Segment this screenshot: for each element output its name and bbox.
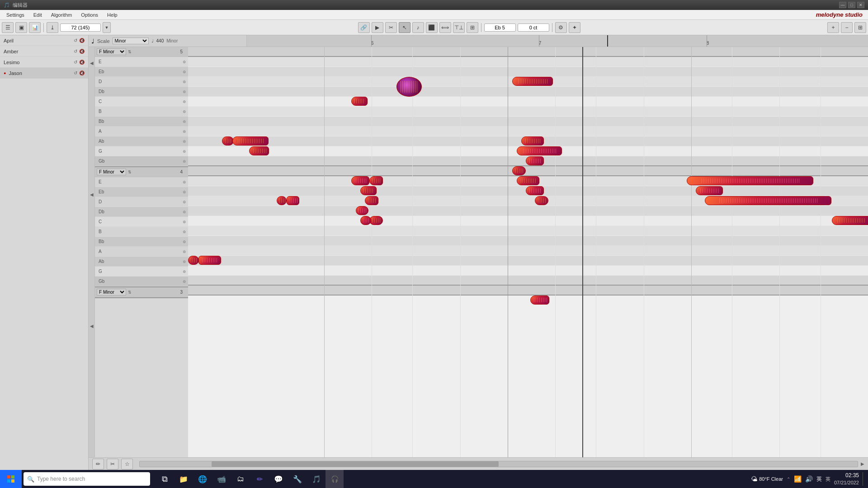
note-adjust-Ab5[interactable]: ⊕	[183, 139, 186, 144]
note-blob-C5-1[interactable]	[351, 97, 368, 106]
note-adjust-B5[interactable]: ⊕	[183, 109, 186, 114]
note-adjust-Eb5[interactable]: ⊕	[183, 70, 186, 74]
piano-row-G5[interactable]: G ⊕	[95, 146, 188, 156]
piano-row-Ab4[interactable]: Ab⊕	[95, 257, 188, 267]
piano-row-Db5[interactable]: Db ⊕	[95, 87, 188, 97]
note-blob-Ab5-1[interactable]	[521, 136, 544, 145]
menu-edit[interactable]: Edit	[29, 11, 47, 19]
tool-macro[interactable]: ⊞	[467, 22, 478, 33]
note-blob-sec4-2[interactable]	[369, 176, 383, 185]
close-button[interactable]: ✕	[857, 2, 864, 8]
track-icon-mute-lesimo[interactable]: 🔇	[79, 60, 85, 65]
note-blob-Bb3-1[interactable]	[277, 196, 287, 205]
tool-select[interactable]: ✂	[385, 22, 397, 33]
tool-auto[interactable]: ⚙	[555, 22, 567, 33]
piano-row-Bb5[interactable]: Bb ⊕	[95, 117, 188, 127]
toolbar-btn-3[interactable]: 📊	[29, 22, 41, 33]
note-blob-sec4-r2[interactable]	[517, 176, 539, 185]
track-icon-mute-amber[interactable]: 🔇	[79, 49, 85, 54]
tool-separate[interactable]: ⟺	[439, 22, 451, 33]
note-blob-sec4-3[interactable]	[360, 186, 377, 195]
taskbar-icon-draw[interactable]: ✏	[250, 470, 269, 488]
note-blob-Bb4-left[interactable]	[188, 256, 199, 265]
track-icon-mute[interactable]: 🔇	[79, 38, 85, 43]
note-blob-sec4-low2[interactable]	[369, 216, 383, 225]
note-adjust-G5[interactable]: ⊕	[183, 149, 186, 154]
note-blob-sec4-r1[interactable]	[512, 166, 526, 175]
note-blob-sec4-r4[interactable]	[535, 196, 548, 205]
piano-row-D4[interactable]: D⊕	[95, 197, 188, 207]
menu-options[interactable]: Options	[76, 11, 103, 19]
piano-row-Eb5[interactable]: Eb ⊕	[95, 67, 188, 77]
note-blob-Ab5-2[interactable]	[517, 146, 562, 155]
note-blob-G5-left[interactable]	[249, 146, 269, 155]
track-icon-loop[interactable]: ↺	[74, 38, 77, 43]
clock[interactable]: 02:35 07/21/2022	[834, 472, 859, 486]
note-blob-G5-1[interactable]	[526, 156, 544, 165]
track-item-amber[interactable]: Amber ↺ 🔇	[0, 46, 88, 57]
piano-row-D5[interactable]: D ⊕	[95, 77, 188, 87]
note-blob-Bb4-left2[interactable]	[198, 256, 221, 265]
tool-extra[interactable]: ✦	[569, 22, 580, 33]
piano-row-G4[interactable]: G⊕	[95, 267, 188, 277]
note-blob-sec4-4[interactable]	[365, 196, 378, 205]
bottom-btn-cut[interactable]: ✂	[107, 459, 118, 469]
note-adjust-D5[interactable]: ⊕	[183, 80, 186, 84]
note-blob-Eb4-1[interactable]	[530, 296, 549, 305]
collapse-btn-top[interactable]: ◀	[90, 61, 94, 66]
toolbar-tempo-dropdown[interactable]: ▼	[103, 22, 111, 33]
expand-tray-btn[interactable]: ⌃	[787, 477, 790, 482]
tool-zoom-in[interactable]: +	[827, 22, 839, 33]
taskbar-icon-tools[interactable]: 🔧	[288, 470, 307, 488]
note-adjust-A5[interactable]: ⊕	[183, 129, 186, 134]
note-blob-Ab5-left2[interactable]	[232, 136, 269, 145]
tool-pointer[interactable]: ↖	[399, 22, 410, 33]
collapse-btn-mid[interactable]: ◀	[90, 192, 94, 197]
taskbar-search-box[interactable]: 🔍 Type here to search	[24, 472, 150, 486]
taskbar-icon-wechat[interactable]: 💬	[269, 470, 288, 488]
track-icon-loop-lesimo[interactable]: ↺	[74, 60, 77, 65]
toolbar-btn-4[interactable]: ⤓	[47, 22, 58, 33]
piano-row-B4[interactable]: B⊕	[95, 227, 188, 237]
tool-time[interactable]: ⬛	[426, 22, 438, 33]
collapse-btn-bot[interactable]: ◀	[90, 324, 94, 328]
note-blob-sec4-low3[interactable]	[360, 216, 371, 225]
menu-help[interactable]: Help	[103, 11, 122, 19]
scale-dropdown[interactable]: MajorMinor	[113, 38, 149, 44]
h-scrollbar[interactable]	[139, 461, 858, 467]
note-blob-Bb3-2[interactable]	[287, 196, 299, 205]
tool-play[interactable]: ▶	[372, 22, 383, 33]
note-blob-sec4-r3[interactable]	[526, 186, 544, 195]
tool-pitch[interactable]: ♪	[412, 22, 424, 33]
piano-row-B5[interactable]: B ⊕	[95, 107, 188, 117]
note-blob-sec4-low1[interactable]	[356, 206, 368, 215]
taskbar-icon-zoom[interactable]: 📹	[212, 470, 231, 488]
lang-indicator[interactable]: 英	[816, 475, 822, 483]
taskbar-icon-collab[interactable]: 🗂	[231, 470, 250, 488]
taskbar-icon-files[interactable]: 📁	[175, 470, 193, 488]
piano-row-Db4[interactable]: Db⊕	[95, 207, 188, 217]
note-blob-purple[interactable]	[396, 77, 422, 97]
taskbar-icon-music[interactable]: 🎵	[307, 470, 326, 488]
track-icon-loop-amber[interactable]: ↺	[74, 49, 77, 54]
track-item-jason[interactable]: ● Jason ↺ 🔇	[0, 68, 88, 79]
note-blob-long-3[interactable]	[705, 196, 831, 205]
note-adjust-Db5[interactable]: ⊕	[183, 89, 186, 94]
menu-algorithm[interactable]: Algorithm	[47, 11, 76, 19]
note-adjust-Bb5[interactable]: ⊕	[183, 119, 186, 124]
track-icon-mute-jason[interactable]: 🔇	[79, 70, 85, 75]
note-blob-far-right[interactable]	[832, 216, 868, 225]
scrollbar-thumb[interactable]	[212, 461, 499, 467]
taskbar-icon-task-view[interactable]: ⧉	[156, 470, 174, 488]
start-button[interactable]	[0, 470, 22, 488]
note-adjust-E5[interactable]: ⊕	[183, 60, 186, 64]
toolbar-btn-2[interactable]: ▣	[15, 22, 27, 33]
maximize-button[interactable]: □	[848, 2, 855, 8]
tool-zoom-out[interactable]: −	[841, 22, 853, 33]
piano-row-Gb5[interactable]: Gb ⊕	[95, 156, 188, 166]
piano-row-E5[interactable]: E ⊕	[95, 57, 188, 67]
tool-pitch-snap[interactable]: 🔗	[358, 22, 370, 33]
track-icon-loop-jason[interactable]: ↺	[74, 70, 77, 75]
piano-row-C4[interactable]: C⊕	[95, 217, 188, 227]
piano-row-A4[interactable]: A⊕	[95, 247, 188, 257]
